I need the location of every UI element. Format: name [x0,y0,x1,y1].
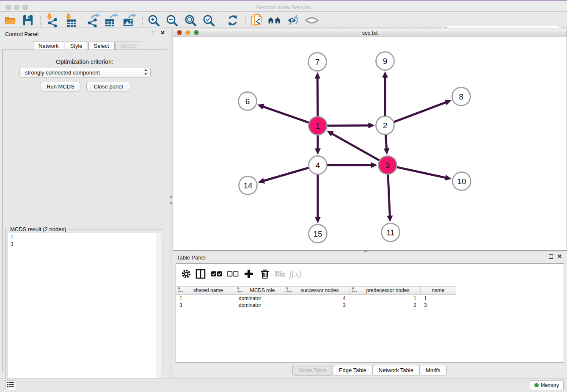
criterion-value: strongly connected component [25,69,144,76]
edge-arrow-4-14 [258,178,265,184]
node-label-8: 8 [459,92,464,101]
table-header-row: shared name MCDS role successor nodes pr… [176,286,456,295]
edge-4-14[interactable] [263,168,309,181]
edge-1-2[interactable] [327,125,369,126]
deselect-all-columns-icon[interactable] [227,268,239,280]
table-row[interactable]: 3 dominator 3 2 3 [176,302,456,309]
hide-details-icon[interactable] [286,13,300,28]
zoom-fit-icon[interactable] [183,13,198,28]
split-view-icon[interactable] [195,268,206,280]
float-table-panel-icon[interactable] [549,254,553,259]
mcds-result-group: MCDS result (2 nodes) 1 3 [6,229,164,389]
tab-edge-table[interactable]: Edge Table [333,365,373,376]
cell-name[interactable]: 3 [421,302,456,309]
show-details-icon[interactable] [305,13,319,28]
cell-shared-name[interactable]: 3 [176,302,235,309]
column-type-icon [286,287,292,294]
import-table-icon[interactable] [63,13,77,28]
edge-arrow-4-3 [371,162,377,168]
cell-successor-nodes[interactable]: 4 [284,295,350,302]
column-header-predecessor-nodes[interactable]: predecessor nodes [350,287,421,294]
export-table-icon[interactable] [104,13,118,28]
result-scrollbar[interactable] [157,233,162,386]
status-bar: Memory [0,378,567,392]
column-settings-icon[interactable] [180,268,192,280]
app-title: Session: New Session [0,4,567,11]
table-row[interactable]: 1 dominator 4 1 1 [176,295,456,302]
edge-3-10[interactable] [396,167,446,178]
criterion-select[interactable]: strongly connected component [19,68,151,77]
tab-node-table[interactable]: Node Table [292,365,333,376]
run-mcds-button[interactable]: Run MCDS [41,82,80,91]
table-panel-tabs: Node Table Edge Table Network Table Moti… [173,365,567,376]
memory-label: Memory [541,382,559,388]
cell-predecessor-nodes[interactable]: 1 [350,295,421,302]
refresh-layout-icon[interactable] [226,13,240,28]
node-label-14: 14 [243,181,253,190]
vertical-splitter[interactable] [169,28,173,378]
import-network-icon[interactable] [44,13,58,28]
log-console-button[interactable] [5,380,16,390]
cell-successor-nodes[interactable]: 3 [284,302,350,309]
edge-arrow-1-6 [257,104,264,109]
mcds-result-textarea[interactable]: 1 3 [8,233,162,386]
node-label-2: 2 [383,121,388,130]
memory-status-icon [534,383,539,387]
cell-name[interactable]: 1 [421,295,456,302]
edge-2-3[interactable] [385,135,386,149]
clone-network-icon[interactable] [250,13,264,28]
close-panel-icon[interactable]: ✕ [160,31,165,35]
edge-2-8[interactable] [394,102,446,122]
tab-network-table[interactable]: Network Table [372,365,420,376]
network-window: ✕ − + scc.txt 7968124314101511 [173,28,567,251]
edge-3-11[interactable] [388,174,390,217]
add-column-icon[interactable] [243,268,255,280]
export-image-icon[interactable] [122,13,137,28]
cell-shared-name[interactable]: 1 [176,295,235,302]
zoom-out-icon[interactable] [165,13,179,28]
edge-arrow-4-15 [315,217,321,224]
save-session-icon[interactable] [21,13,35,28]
column-header-mcds-role[interactable]: MCDS role [235,287,284,294]
select-all-columns-icon[interactable] [211,268,223,280]
cell-mcds-role[interactable]: dominator [235,302,284,309]
cell-mcds-role[interactable]: dominator [235,295,284,302]
close-panel-button[interactable]: Close panel [86,82,130,91]
main-toolbar [0,12,567,28]
control-panel-title: Control Panel [5,31,39,37]
column-header-successor-nodes[interactable]: successor nodes [284,287,350,294]
zoom-selected-icon[interactable] [201,13,216,28]
network-canvas[interactable]: 7968124314101511 [173,37,567,250]
zoom-in-icon[interactable] [146,13,161,28]
tab-motifs[interactable]: Motifs [419,365,447,376]
toolbar-separator [83,14,83,26]
edge-1-6[interactable] [262,106,309,123]
column-type-icon [237,287,242,294]
edge-arrow-2-8 [445,99,452,105]
result-line: 1 [11,234,162,241]
delete-column-icon[interactable] [259,268,271,280]
memory-button[interactable]: Memory [530,380,564,390]
delete-table-icon[interactable] [274,268,286,280]
node-label-15: 15 [313,229,322,238]
edge-3-1[interactable] [332,133,380,160]
column-header-name[interactable]: name [421,287,456,294]
edge-arrow-2-9 [382,72,388,78]
close-table-panel-icon[interactable]: ✕ [557,254,562,259]
result-line: 3 [11,241,162,248]
node-label-9: 9 [383,57,388,66]
export-network-icon[interactable] [86,13,100,28]
float-panel-icon[interactable] [152,31,156,35]
node-label-7: 7 [315,58,320,66]
column-header-shared-name[interactable]: shared name [176,287,235,294]
edge-1-7[interactable] [317,78,318,117]
first-neighbors-icon[interactable] [267,13,281,28]
select-stepper-icon [144,69,148,77]
list-icon [7,381,14,389]
cell-predecessor-nodes[interactable]: 2 [350,302,421,309]
node-label-3: 3 [385,161,390,170]
open-session-icon[interactable] [3,13,17,28]
control-panel: Control Panel ✕ Network Style Select MCD… [0,28,169,378]
function-builder-icon[interactable]: f(x) [289,268,301,280]
network-window-titlebar[interactable]: ✕ − + scc.txt [173,28,567,37]
